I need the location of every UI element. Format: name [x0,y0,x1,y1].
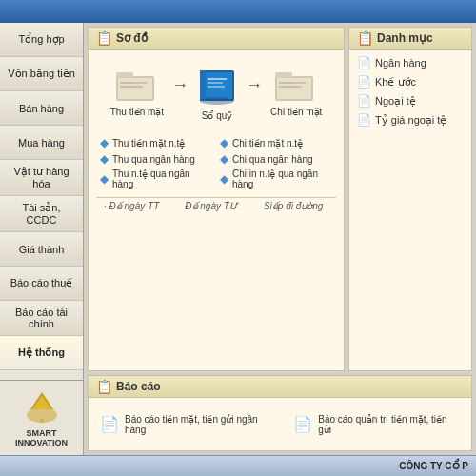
doc-icon-1: 📄 [357,56,371,69]
bao-cao-panel: 📋 Báo cáo 📄 Báo cáo tiền mặt, tiền gửi n… [88,375,472,451]
bao-cao-content: 📄 Báo cáo tiền mặt, tiền gửi ngân hàng 📄… [89,398,471,450]
sidebar-item-mua-hang[interactable]: Mua hàng [0,126,83,160]
footer-label-3: Siếp đi đường · [264,201,328,211]
diamond-icon-4: ◆ [220,152,228,166]
sub-item-label-2: Chi tiền mặt n.tệ [232,138,303,149]
danh-muc-item-label-3: Ngoại tệ [375,95,416,108]
chi-tien-mat-label: Chi tiền mặt [270,107,322,117]
danh-muc-item-label-4: Tỷ giá ngoại tệ [375,114,446,127]
sub-item-label-1: Thu tiền mặt n.tệ [112,138,185,149]
smart-innovation-logo: S [23,388,61,426]
so-do-icon: 📋 [96,30,112,46]
danh-muc-item-ty-gia-ngoai-te[interactable]: 📄 Tỷ giá ngoại tệ [355,112,466,128]
sidebar: Tổng hợpVốn bằng tiềnBán hàngMua hàngVật… [0,23,84,455]
danh-muc-item-khe-uoc[interactable]: 📄 Khế ước [355,74,466,89]
bao-cao-item-label-1: Báo cáo tiền mặt, tiền gửi ngân hàng [125,414,278,435]
danh-muc-panel: 📋 Danh mục 📄 Ngân hàng 📄 Khế ước [348,27,472,371]
danh-muc-item-ngan-hang[interactable]: 📄 Ngân hàng [355,55,466,70]
flow-item-chi-tien-mat: Chi tiền mặt [270,69,322,117]
so-do-header: 📋 Sơ đồ [89,28,344,50]
sub-item-thu-tien-mat-nte[interactable]: ◆ Thu tiền mặt n.tệ [100,136,212,149]
sidebar-item-bao-cao-tai-chinh[interactable]: Báo cáo tài chính [0,301,83,336]
top-content: 📋 Sơ đồ [88,27,472,371]
doc-icon-4: 📄 [357,113,371,127]
sidebar-item-bao-cao-thue[interactable]: Báo cáo thuế [0,267,83,301]
svg-rect-5 [116,72,133,78]
sub-item-thu-nte-qua-ngan-hang[interactable]: ◆ Thu n.tệ qua ngân hàng [100,169,212,189]
so-do-panel: 📋 Sơ đồ [88,27,345,371]
so-quy-label: Sổ quỹ [202,110,233,121]
sidebar-item-ban-hang[interactable]: Bán hàng [0,91,83,126]
sidebar-item-vat-tu-hang-hoa[interactable]: Vật tư hàng hóa [0,160,83,196]
svg-rect-18 [277,78,311,99]
sidebar-item-tai-san-ccdc[interactable]: Tài sản, CCDC [0,196,83,232]
danh-muc-icon: 📋 [357,30,373,46]
sub-item-chi-qua-ngan-hang[interactable]: ◆ Chi qua ngân hàng [220,152,332,166]
bao-cao-title: Báo cáo [116,380,161,393]
thu-tien-mat-label: Thu tiền mặt [110,107,164,117]
bao-cao-doc-icon-1: 📄 [100,415,119,433]
footer-label-2: Đế ngày TƯ [185,201,238,211]
flow-diagram: Thu tiền mặt → [96,57,336,129]
svg-rect-6 [118,78,152,99]
sub-item-label-4: Chi qua ngân hàng [232,154,313,165]
diamond-icon-3: ◆ [100,152,109,166]
svg-rect-14 [208,86,225,88]
danh-muc-item-label-1: Ngân hàng [375,57,426,69]
svg-rect-20 [279,86,302,88]
sub-item-thu-qua-ngan-hang[interactable]: ◆ Thu qua ngân hàng [100,152,212,166]
sub-item-label-3: Thu qua ngân hàng [112,154,195,165]
arrow-2: → [246,75,263,95]
svg-rect-19 [279,82,306,84]
book-so-quy [196,65,238,107]
sub-items-grid: ◆ Thu tiền mặt n.tệ ◆ Chi tiền mặt n.tệ … [96,136,336,189]
danh-muc-title: Danh mục [377,31,433,45]
sub-item-label-6: Chi in n.tệ qua ngân hàng [232,169,332,189]
logo-text: SMART INNOVATION [8,428,75,447]
danh-muc-item-label-2: Khế ước [375,76,416,89]
svg-text:S: S [39,418,43,424]
content-area: 📋 Sơ đồ [84,23,476,455]
flow-item-so-quy: Sổ quỹ [196,65,238,121]
diamond-icon-1: ◆ [100,136,109,149]
main-layout: Tổng hợpVốn bằng tiềnBán hàngMua hàngVật… [0,23,476,455]
sub-item-chi-in-nte-qua-ngan-hang[interactable]: ◆ Chi in n.tệ qua ngân hàng [220,169,332,189]
flow-item-thu-tien-mat: Thu tiền mặt [110,69,164,117]
sidebar-item-tong-hop[interactable]: Tổng hợp [0,23,83,57]
footer-label-1: · Đế ngày TT [104,201,159,211]
bottom-bar-text: CÔNG TY CỔ P [399,461,468,471]
bottom-bar: CÔNG TY CỔ P [0,455,476,476]
sidebar-item-he-thong[interactable]: Hệ thống [0,336,83,370]
bao-cao-doc-icon-2: 📄 [293,415,312,433]
folder-chi-tien-mat [275,69,317,103]
bao-cao-item-label-2: Báo cáo quản trị tiền mặt, tiền gửi [318,414,460,435]
footer-labels: · Đế ngày TT Đế ngày TƯ Siếp đi đường · [96,197,336,214]
sidebar-item-von-bang-tien[interactable]: Vốn bằng tiền [0,57,83,91]
diamond-icon-6: ◆ [220,172,228,186]
sidebar-item-gia-thanh[interactable]: Giá thành [0,232,83,267]
folder-thu-tien-mat [116,69,158,103]
danh-muc-item-ngoai-te[interactable]: 📄 Ngoại tệ [355,93,466,109]
sub-item-chi-tien-mat-nte[interactable]: ◆ Chi tiền mặt n.tệ [220,136,332,149]
top-bar [0,0,476,23]
bao-cao-header: 📋 Báo cáo [89,376,471,398]
diamond-icon-2: ◆ [220,136,228,149]
app-container: Tổng hợpVốn bằng tiềnBán hàngMua hàngVật… [0,0,476,476]
bao-cao-item-1[interactable]: 📄 Báo cáo tiền mặt, tiền gửi ngân hàng [100,414,278,435]
diamond-icon-5: ◆ [100,172,109,186]
svg-rect-10 [200,70,206,101]
bao-cao-item-2[interactable]: 📄 Báo cáo quản trị tiền mặt, tiền gửi [293,414,460,435]
svg-rect-7 [120,82,147,84]
sub-item-label-5: Thu n.tệ qua ngân hàng [112,169,212,189]
danh-muc-header: 📋 Danh mục [349,28,471,50]
bao-cao-icon: 📋 [96,379,112,394]
svg-rect-8 [120,86,143,88]
svg-point-15 [200,97,234,105]
danh-muc-items: 📄 Ngân hàng 📄 Khế ước 📄 Ngoại tệ 📄 [349,50,471,133]
svg-rect-13 [208,82,223,84]
so-do-title: Sơ đồ [116,31,148,45]
svg-rect-17 [275,72,292,78]
arrow-1: → [171,75,188,95]
doc-icon-2: 📄 [357,75,371,89]
so-do-content: Thu tiền mặt → [89,50,344,370]
